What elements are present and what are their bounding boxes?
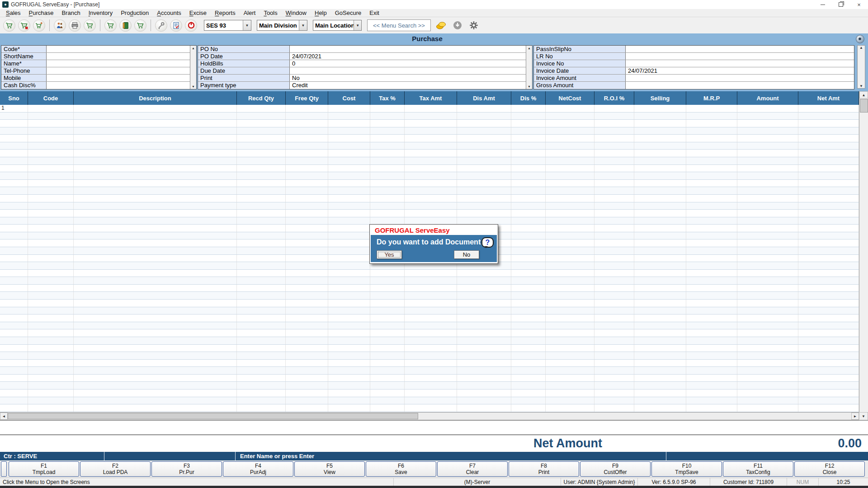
grid-cell[interactable] bbox=[594, 247, 634, 254]
division-select[interactable]: Main Division ▼ bbox=[257, 20, 307, 31]
grid-cell[interactable] bbox=[0, 113, 28, 120]
grid-cell[interactable] bbox=[457, 329, 511, 337]
grid-row[interactable] bbox=[0, 135, 859, 142]
grid-cell[interactable] bbox=[457, 307, 511, 314]
grid-cell[interactable] bbox=[370, 120, 405, 127]
menu-production[interactable]: Production bbox=[117, 9, 153, 16]
grid-cell[interactable] bbox=[546, 262, 594, 269]
grid-cell[interactable] bbox=[634, 127, 686, 135]
grid-cell[interactable] bbox=[511, 337, 546, 344]
grid-cell[interactable] bbox=[457, 270, 511, 277]
grid-cell[interactable] bbox=[634, 375, 686, 382]
grid-cell[interactable] bbox=[511, 375, 546, 382]
grid-cell[interactable] bbox=[511, 113, 546, 120]
grid-cell[interactable] bbox=[457, 202, 511, 210]
grid-cell[interactable] bbox=[457, 389, 511, 397]
grid-cell[interactable] bbox=[594, 142, 634, 150]
column-header-m-r-p[interactable]: M.R.P bbox=[686, 91, 737, 105]
grid-cell[interactable] bbox=[594, 113, 634, 120]
grid-cell[interactable] bbox=[511, 397, 546, 404]
grid-cell[interactable] bbox=[74, 105, 237, 112]
grid-cell[interactable] bbox=[511, 329, 546, 337]
grid-cell[interactable] bbox=[405, 404, 457, 412]
grid-cell[interactable] bbox=[286, 292, 328, 299]
grid-row[interactable] bbox=[0, 314, 859, 322]
grid-cell[interactable] bbox=[798, 157, 859, 164]
grid-cell[interactable] bbox=[74, 262, 237, 269]
grid-cell[interactable] bbox=[370, 337, 405, 344]
grid-cell[interactable] bbox=[546, 270, 594, 277]
grid-cell[interactable] bbox=[0, 232, 28, 239]
grid-cell[interactable] bbox=[798, 375, 859, 382]
grid-cell[interactable] bbox=[74, 157, 237, 164]
grid-cell[interactable] bbox=[28, 397, 74, 404]
column-header-dis-amt[interactable]: Dis Amt bbox=[457, 91, 511, 105]
grid-cell[interactable] bbox=[28, 329, 74, 337]
grid-row[interactable] bbox=[0, 300, 859, 307]
grid-cell[interactable] bbox=[328, 270, 370, 277]
grid-cell[interactable] bbox=[634, 360, 686, 367]
fkey-f11-taxconfig[interactable]: F11TaxConfig bbox=[723, 461, 793, 477]
grid-cell[interactable] bbox=[237, 404, 286, 412]
scroll-up-icon[interactable]: ▲ bbox=[192, 46, 195, 51]
grid-cell[interactable] bbox=[457, 187, 511, 194]
grid-cell[interactable] bbox=[328, 217, 370, 225]
grid-cell[interactable] bbox=[237, 292, 286, 299]
grid-cell[interactable] bbox=[737, 262, 798, 269]
grid-cell[interactable] bbox=[546, 105, 594, 112]
grid-cell[interactable] bbox=[546, 389, 594, 397]
grid-cell[interactable] bbox=[74, 367, 237, 374]
grid-cell[interactable] bbox=[457, 404, 511, 412]
grid-cell[interactable] bbox=[237, 307, 286, 314]
grid-cell[interactable] bbox=[798, 307, 859, 314]
grid-cell[interactable] bbox=[737, 225, 798, 232]
grid-cell[interactable] bbox=[594, 180, 634, 187]
grid-cell[interactable] bbox=[286, 135, 328, 142]
grid-cell[interactable] bbox=[28, 135, 74, 142]
grid-cell[interactable] bbox=[237, 329, 286, 337]
grid-cell[interactable] bbox=[405, 397, 457, 404]
grid-cell[interactable] bbox=[370, 307, 405, 314]
grid-row[interactable]: 1 bbox=[0, 105, 859, 113]
grid-cell[interactable] bbox=[546, 239, 594, 247]
grid-cell[interactable] bbox=[328, 367, 370, 374]
grid-cell[interactable] bbox=[328, 285, 370, 292]
grid-cell[interactable] bbox=[370, 202, 405, 210]
feedback-coins-icon[interactable] bbox=[435, 19, 447, 31]
grid-cell[interactable] bbox=[74, 300, 237, 307]
grid-cell[interactable] bbox=[74, 127, 237, 135]
grid-cell[interactable] bbox=[594, 232, 634, 239]
grid-cell[interactable] bbox=[286, 360, 328, 367]
grid-cell[interactable] bbox=[237, 225, 286, 232]
column-header-tax-amt[interactable]: Tax Amt bbox=[405, 91, 457, 105]
grid-cell[interactable] bbox=[511, 150, 546, 157]
grid-cell[interactable] bbox=[594, 397, 634, 404]
grid-cell[interactable] bbox=[737, 307, 798, 314]
grid-cell[interactable] bbox=[546, 217, 594, 225]
fkey-f5-view[interactable]: F5View bbox=[294, 461, 365, 477]
grid-cell[interactable] bbox=[286, 180, 328, 187]
grid-cell[interactable] bbox=[546, 345, 594, 352]
grid-cell[interactable] bbox=[686, 262, 737, 269]
grid-cell[interactable] bbox=[0, 345, 28, 352]
grid-cell[interactable] bbox=[237, 165, 286, 172]
grid-cell[interactable] bbox=[634, 195, 686, 202]
grid-cell[interactable] bbox=[686, 307, 737, 314]
menu-inventory[interactable]: Inventory bbox=[85, 9, 117, 16]
grid-cell[interactable] bbox=[634, 157, 686, 164]
field-value-payment-type[interactable]: Credit bbox=[290, 82, 526, 89]
grid-cell[interactable] bbox=[511, 127, 546, 135]
grid-cell[interactable] bbox=[737, 157, 798, 164]
grid-cell[interactable] bbox=[237, 262, 286, 269]
grid-cell[interactable] bbox=[457, 210, 511, 217]
grid-cell[interactable] bbox=[511, 314, 546, 322]
grid-cell[interactable] bbox=[737, 210, 798, 217]
grid-cell[interactable] bbox=[546, 322, 594, 329]
grid-cell[interactable] bbox=[511, 255, 546, 262]
grid-cell[interactable] bbox=[594, 360, 634, 367]
grid-cell[interactable] bbox=[28, 322, 74, 329]
grid-cell[interactable] bbox=[546, 285, 594, 292]
grid-cell[interactable] bbox=[286, 367, 328, 374]
grid-cell[interactable] bbox=[457, 300, 511, 307]
grid-cell[interactable] bbox=[511, 172, 546, 179]
